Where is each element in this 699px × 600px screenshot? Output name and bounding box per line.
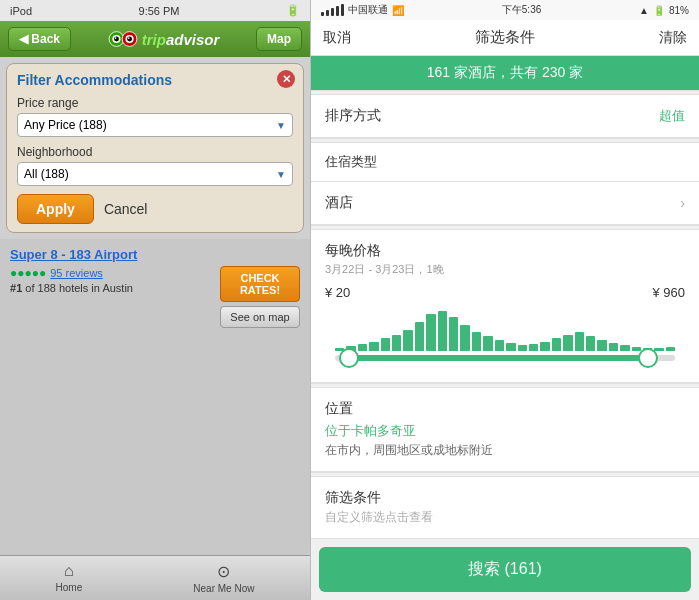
bar: [415, 322, 424, 351]
slider-handle-left[interactable]: [339, 348, 359, 368]
bar: [472, 332, 481, 351]
close-button[interactable]: ✕: [277, 70, 295, 88]
location-section: 位置 位于卡帕多奇亚 在市内，周围地区或成地标附近: [311, 388, 699, 472]
location-desc: 在市内，周围地区或成地标附近: [325, 442, 685, 459]
status-bar-left: iPod 9:56 PM 🔋: [0, 0, 310, 21]
filter-box: Filter Accommodations ✕ Price range Any …: [6, 63, 304, 233]
home-icon: ⌂: [64, 562, 74, 580]
bottom-tabs: ⌂ Home ⊙ Near Me Now: [0, 555, 310, 600]
tab-home[interactable]: ⌂ Home: [56, 562, 83, 594]
reviews-link[interactable]: 95 reviews: [50, 267, 103, 279]
bar: [449, 317, 458, 351]
hotel-type-label: 酒店: [325, 194, 353, 212]
sort-label: 排序方式: [325, 107, 381, 125]
back-button[interactable]: ◀ Back: [8, 27, 71, 51]
clear-text[interactable]: 清除: [659, 29, 687, 47]
hotel-type-arrow-icon: ›: [680, 195, 685, 211]
cancel-text[interactable]: 取消: [323, 29, 351, 47]
location-title: 位置: [325, 400, 685, 418]
stars-row: ●●●●● 95 reviews: [10, 266, 212, 280]
carrier-label: 中国联通: [348, 3, 388, 17]
filter-cond-label: 筛选条件: [325, 489, 685, 507]
sort-section[interactable]: 排序方式 超值: [311, 95, 699, 138]
left-panel: iPod 9:56 PM 🔋 ◀ Back tripadvisor Map: [0, 0, 310, 600]
right-panel: 中国联通 📶 下午5:36 ▲ 🔋 81% 取消 筛选条件 清除 161 家酒店…: [310, 0, 699, 600]
hotel-type-row[interactable]: 酒店 ›: [311, 182, 699, 225]
tab-near-me[interactable]: ⊙ Near Me Now: [193, 562, 254, 594]
hotel-actions: CHECK RATES! See on map: [220, 266, 300, 328]
hotel-count-banner: 161 家酒店，共有 230 家: [311, 56, 699, 90]
slider-track[interactable]: [335, 355, 675, 361]
owl-icon: [108, 30, 138, 48]
signal-bars-icon: ▲: [639, 5, 649, 16]
price-max: ¥ 960: [652, 285, 685, 300]
bar: [654, 348, 663, 351]
battery-left: 🔋: [286, 4, 300, 17]
svg-point-4: [114, 37, 119, 42]
price-min: ¥ 20: [325, 285, 350, 300]
logo-advisor: advisor: [166, 31, 219, 48]
hotel-section: Super 8 - 183 Airport ●●●●● 95 reviews #…: [0, 239, 310, 555]
bar: [438, 311, 447, 351]
wifi-icon: 📶: [392, 5, 404, 16]
filter-conditions-section[interactable]: 筛选条件 自定义筛选点击查看: [311, 477, 699, 539]
price-select[interactable]: Any Price (188) ▼: [17, 113, 293, 137]
price-section: 每晚价格 3月22日 - 3月23日，1晚 ¥ 20 ¥ 960: [311, 230, 699, 383]
status-icons: ▲ 🔋 81%: [639, 5, 689, 16]
slider-fill: [349, 355, 648, 361]
nav-bar: ◀ Back tripadvisor Map: [0, 21, 310, 57]
neighborhood-label: Neighborhood: [17, 145, 293, 159]
neighborhood-select[interactable]: All (188) ▼: [17, 162, 293, 186]
bar: [483, 336, 492, 351]
device-label: iPod: [10, 5, 32, 17]
bar: [540, 342, 549, 351]
bar: [597, 340, 606, 351]
bar: [575, 332, 584, 351]
see-map-button[interactable]: See on map: [220, 306, 300, 328]
bar: [460, 325, 469, 351]
check-rates-button[interactable]: CHECK RATES!: [220, 266, 300, 302]
cancel-button[interactable]: Cancel: [104, 201, 148, 217]
location-link[interactable]: 位于卡帕多奇亚: [325, 422, 685, 440]
slider-handle-right[interactable]: [638, 348, 658, 368]
battery-right-icon: 🔋: [653, 5, 665, 16]
price-range-row: ¥ 20 ¥ 960: [325, 285, 685, 300]
hotel-name-link[interactable]: Super 8 - 183 Airport: [10, 247, 300, 262]
hotel-details: ●●●●● 95 reviews #1 of 188 hotels in Aus…: [10, 266, 212, 294]
price-chart-slider: [325, 306, 685, 366]
price-histogram: [325, 306, 685, 351]
hotel-rank: #1 of 188 hotels in Austin: [10, 282, 212, 294]
apply-button[interactable]: Apply: [17, 194, 94, 224]
filter-title: Filter Accommodations: [17, 72, 293, 88]
sort-value: 超值: [659, 107, 685, 125]
bar: [403, 330, 412, 351]
map-button[interactable]: Map: [256, 27, 302, 51]
bar: [495, 340, 504, 351]
search-button[interactable]: 搜索 (161): [319, 547, 691, 592]
neighborhood-arrow-icon: ▼: [276, 169, 286, 180]
bar: [552, 338, 561, 351]
svg-point-5: [127, 37, 132, 42]
stars-icon: ●●●●●: [10, 266, 46, 280]
hotel-info-row: ●●●●● 95 reviews #1 of 188 hotels in Aus…: [10, 266, 300, 328]
header-title: 筛选条件: [475, 28, 535, 47]
neighborhood-value: All (188): [24, 167, 69, 181]
price-arrow-icon: ▼: [276, 120, 286, 131]
bar: [426, 314, 435, 351]
bar: [563, 335, 572, 351]
logo-text: tripadvisor: [142, 31, 220, 48]
battery-pct: 81%: [669, 5, 689, 16]
bar: [609, 343, 618, 351]
signal-icon: [321, 4, 344, 16]
near-me-label: Near Me Now: [193, 583, 254, 594]
search-btn-container: 搜索 (161): [311, 539, 699, 600]
time-left: 9:56 PM: [139, 5, 180, 17]
bar: [586, 336, 595, 351]
svg-point-7: [128, 37, 130, 39]
hotel-count-text: 161 家酒店，共有 230 家: [427, 64, 583, 80]
home-label: Home: [56, 582, 83, 593]
price-value: Any Price (188): [24, 118, 107, 132]
status-bar-right: 中国联通 📶 下午5:36 ▲ 🔋 81%: [311, 0, 699, 20]
price-label: Price range: [17, 96, 293, 110]
bar: [392, 335, 401, 351]
